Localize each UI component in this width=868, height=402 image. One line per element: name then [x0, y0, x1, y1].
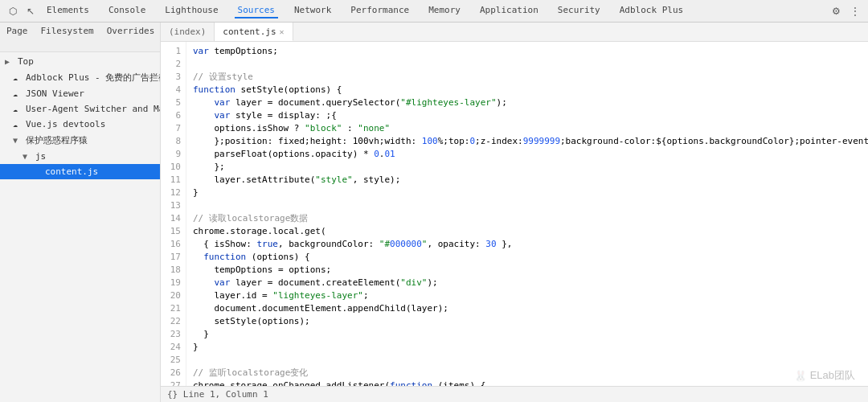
code-line: var layer = document.querySelector("#lig… [193, 96, 868, 109]
code-editor[interactable]: 1234567891011121314151617181920212223242… [161, 42, 868, 386]
line-number: 4 [161, 84, 186, 96]
sidebar-item-user-agent[interactable]: ☁ User-Agent Switcher and Manager [0, 101, 160, 117]
code-line: parseFloat(options.opacity) * 0.01 [193, 148, 868, 161]
code-line: setStyle(options); [193, 315, 868, 328]
cloud-icon-2: ☁ [13, 89, 23, 98]
code-line: chrome.storage.onChanged.addListener(fun… [193, 379, 868, 386]
status-bar: {} Line 1, Column 1 [161, 386, 868, 402]
sidebar-item-top[interactable]: ▶ Top [0, 54, 160, 69]
code-line: };position: fixed;height: 100vh;width: 1… [193, 135, 868, 148]
tab-network[interactable]: Network [291, 3, 334, 18]
code-line: { isShow: true, backgroundColor: "#00000… [193, 238, 868, 251]
code-line: tempOptions = options; [193, 264, 868, 277]
cloud-icon-3: ☁ [13, 105, 23, 113]
code-line: } [193, 341, 868, 354]
chevron-down-icon: ▶ [5, 57, 14, 66]
sidebar-tab-page[interactable]: Page [0, 23, 35, 51]
file-tab-contentjs-label: content.js [223, 27, 276, 37]
line-number: 12 [161, 187, 186, 199]
code-line: // 设置style [193, 71, 868, 84]
sidebar-item-vue[interactable]: ☁ Vue.js devtools [0, 117, 160, 132]
devtools-cursor-btn[interactable]: ↖ [23, 3, 39, 19]
code-line: } [193, 328, 868, 341]
file-tabs: (index) content.js ✕ [161, 23, 868, 42]
line-number: 20 [161, 289, 186, 302]
line-number: 26 [161, 367, 186, 379]
sidebar-item-top-label: Top [18, 56, 34, 67]
sidebar-tree: ▶ Top ☁ Adblock Plus - 免费的广告拦截器 ☁ JSON V… [0, 52, 160, 402]
code-area: (index) content.js ✕ 1234567891011121314… [161, 23, 868, 402]
sidebar-item-protect[interactable]: ▼ 保护惑惑程序猿 [0, 132, 160, 149]
line-number: 27 [161, 379, 186, 386]
file-tab-index[interactable]: (index) [161, 23, 215, 41]
tab-performance[interactable]: Performance [347, 3, 412, 18]
code-line: options.isShow ? "block" : "none" [193, 122, 868, 135]
tab-memory[interactable]: Memory [425, 3, 464, 18]
sidebar-item-contentjs-label: content.js [45, 166, 98, 177]
sidebar-item-content-js[interactable]: content.js [0, 164, 160, 179]
sidebar-tabs: Page Filesystem Overrides Content script… [0, 23, 160, 52]
devtools-toolbar: ⬡ ↖ Elements Console Lighthouse Sources … [0, 0, 868, 23]
devtools-toggle-btn[interactable]: ⬡ [5, 3, 21, 19]
line-number: 18 [161, 264, 186, 277]
sidebar: Page Filesystem Overrides Content script… [0, 23, 161, 402]
close-tab-icon[interactable]: ✕ [280, 27, 285, 36]
line-number: 25 [161, 354, 186, 367]
tab-application[interactable]: Application [477, 3, 542, 18]
sidebar-tab-overrides[interactable]: Overrides [100, 23, 161, 51]
line-number: 21 [161, 302, 186, 315]
line-number: 19 [161, 277, 186, 289]
chevron-right-icon: ▼ [13, 136, 23, 145]
line-number: 17 [161, 251, 186, 264]
line-number: 8 [161, 135, 186, 148]
code-line: }; [193, 161, 868, 174]
cloud-icon: ☁ [13, 73, 23, 82]
code-line [193, 354, 868, 367]
status-text: {} Line 1, Column 1 [167, 389, 268, 400]
more-btn[interactable]: ⋮ [847, 3, 863, 19]
sidebar-item-adblock[interactable]: ☁ Adblock Plus - 免费的广告拦截器 [0, 69, 160, 86]
code-line: function (options) { [193, 251, 868, 264]
tab-lighthouse[interactable]: Lighthouse [162, 3, 221, 18]
line-number: 16 [161, 238, 186, 251]
tab-sources[interactable]: Sources [235, 3, 278, 18]
sidebar-item-json-viewer[interactable]: ☁ JSON Viewer [0, 86, 160, 101]
devtools-tabs: Elements Console Lighthouse Sources Netw… [43, 3, 686, 18]
line-number: 24 [161, 341, 186, 354]
tab-console[interactable]: Console [105, 3, 149, 18]
code-line: // 读取localstorage数据 [193, 212, 868, 225]
sidebar-item-json-label: JSON Viewer [26, 88, 84, 99]
code-line: var style = display: ;{ [193, 109, 868, 122]
tab-security[interactable]: Security [555, 3, 604, 18]
sidebar-tab-filesystem[interactable]: Filesystem [35, 23, 100, 51]
tab-adblock[interactable]: Adblock Plus [616, 3, 686, 18]
line-number: 10 [161, 161, 186, 174]
settings-btn[interactable]: ⚙ [828, 3, 844, 19]
code-line [193, 58, 868, 71]
sidebar-item-protect-label: 保护惑惑程序猿 [26, 134, 88, 146]
code-line: } [193, 187, 868, 199]
file-tab-index-label: (index) [169, 27, 206, 37]
file-tab-contentjs[interactable]: content.js ✕ [215, 23, 293, 41]
line-number: 5 [161, 96, 186, 109]
code-line: document.documentElement.appendChild(lay… [193, 302, 868, 315]
code-line: var layer = document.createElement("div"… [193, 277, 868, 289]
code-lines: var tempOptions; // 设置stylefunction setS… [186, 42, 868, 386]
code-line: chrome.storage.local.get( [193, 225, 868, 238]
cloud-icon-4: ☁ [13, 120, 23, 129]
code-line: layer.id = "lighteyes-layer"; [193, 289, 868, 302]
code-line: layer.setAttribute("style", style); [193, 174, 868, 187]
line-numbers: 1234567891011121314151617181920212223242… [161, 42, 186, 386]
line-number: 2 [161, 58, 186, 71]
sidebar-item-useragent-label: User-Agent Switcher and Manager [26, 104, 160, 114]
code-line: var tempOptions; [193, 45, 868, 58]
code-line [193, 199, 868, 212]
line-number: 22 [161, 315, 186, 328]
line-number: 1 [161, 45, 186, 58]
tab-elements[interactable]: Elements [43, 3, 92, 18]
line-number: 15 [161, 225, 186, 238]
sidebar-item-js-folder[interactable]: ▼ js [0, 149, 160, 164]
sidebar-item-js-label: js [35, 151, 46, 162]
sidebar-item-adblock-label: Adblock Plus - 免费的广告拦截器 [26, 72, 160, 84]
main-layout: Page Filesystem Overrides Content script… [0, 23, 868, 402]
